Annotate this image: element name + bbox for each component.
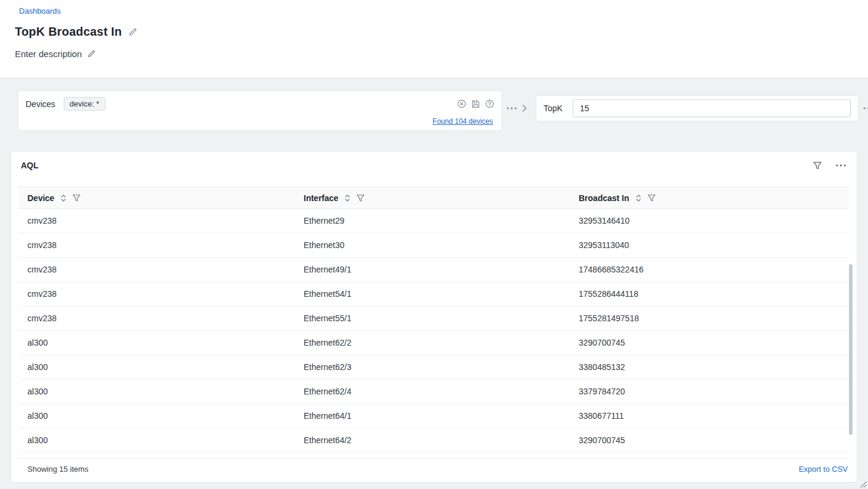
- aql-panel: AQL Device: [11, 151, 857, 482]
- cell-interface: Ethernet64/2: [295, 435, 570, 445]
- cell-broadcast-in: 32953146410: [570, 216, 849, 225]
- devices-help-icon[interactable]: [485, 99, 494, 108]
- devices-widget: Devices device: *: [18, 90, 527, 131]
- cell-device: cmv238: [18, 289, 295, 299]
- export-csv-link[interactable]: Export to CSV: [799, 465, 848, 474]
- table-row: al300 Ethernet62/4 3379784720: [18, 380, 849, 404]
- devices-label: Devices: [26, 99, 55, 109]
- table-row: cmv238 Ethernet49/1 17486685322416: [18, 258, 849, 282]
- topk-menu-icon[interactable]: [863, 107, 868, 109]
- sort-icon[interactable]: [345, 194, 350, 202]
- cell-device: al300: [18, 338, 295, 347]
- cell-device: cmv238: [18, 314, 295, 323]
- column-label-broadcast-in: Broadcast In: [579, 193, 629, 203]
- breadcrumb-dashboards-link[interactable]: Dashboards: [19, 7, 61, 15]
- panel-menu-icon[interactable]: [836, 164, 846, 167]
- table-body: cmv238 Ethernet29 32953146410 cmv238 Eth…: [18, 209, 849, 453]
- devices-expand-icon[interactable]: [522, 105, 527, 112]
- cell-device: cmv238: [18, 216, 295, 225]
- cell-broadcast-in: 1755286444118: [570, 289, 849, 299]
- column-filter-icon[interactable]: [73, 195, 80, 202]
- save-devices-icon[interactable]: [472, 100, 480, 108]
- description-row[interactable]: Enter description: [0, 39, 868, 59]
- cell-device: cmv238: [18, 265, 295, 274]
- column-header-broadcast-in[interactable]: Broadcast In: [570, 193, 849, 203]
- page-header: Dashboards TopK Broadcast In Enter descr…: [0, 0, 868, 78]
- sort-icon[interactable]: [61, 194, 66, 202]
- panel-filter-icon[interactable]: [813, 162, 822, 170]
- cell-broadcast-in: 3379784720: [570, 387, 849, 396]
- title-row: TopK Broadcast In: [0, 16, 868, 39]
- devices-input-icons: [457, 99, 494, 108]
- cell-broadcast-in: 1755281497518: [570, 314, 849, 323]
- resize-handle[interactable]: [860, 481, 867, 488]
- column-label-device: Device: [27, 193, 54, 203]
- cell-broadcast-in: 3290700745: [570, 435, 849, 445]
- edit-description-icon[interactable]: [88, 50, 95, 58]
- devices-menu-icon[interactable]: [507, 107, 517, 109]
- cell-device: al300: [18, 362, 295, 372]
- cell-device: al300: [18, 435, 295, 445]
- sort-icon[interactable]: [636, 194, 641, 202]
- topk-label: TopK: [544, 104, 563, 113]
- cell-interface: Ethernet30: [295, 240, 570, 250]
- column-header-interface[interactable]: Interface: [295, 193, 570, 203]
- cell-interface: Ethernet49/1: [295, 265, 570, 274]
- table-row: al300 Ethernet64/1 3380677111: [18, 404, 849, 428]
- topk-widget: TopK: [536, 90, 868, 121]
- topk-input-card: TopK: [536, 95, 858, 121]
- clipped-row-space: [18, 453, 849, 458]
- table-row: cmv238 Ethernet30 32953113040: [18, 233, 849, 258]
- items-count: Showing 15 items: [27, 465, 89, 474]
- cell-interface: Ethernet54/1: [295, 289, 570, 299]
- table-scrollbar-thumb[interactable]: [849, 264, 853, 435]
- cell-interface: Ethernet62/4: [295, 387, 570, 396]
- topk-side-controls: [863, 90, 868, 112]
- cell-interface: Ethernet29: [295, 216, 570, 225]
- devices-input-card: Devices device: *: [18, 90, 502, 131]
- device-filter-tag[interactable]: device: *: [64, 97, 105, 111]
- found-devices-row: Found 104 devices: [26, 112, 494, 126]
- devices-query-input[interactable]: Devices device: *: [26, 96, 494, 112]
- breadcrumb: Dashboards: [0, 0, 868, 16]
- cell-device: al300: [18, 387, 295, 396]
- table-footer: Showing 15 items Export to CSV: [18, 458, 849, 479]
- table-row: cmv238 Ethernet29 32953146410: [18, 209, 849, 233]
- cell-interface: Ethernet55/1: [295, 314, 570, 323]
- panel-title: AQL: [21, 161, 39, 170]
- cell-broadcast-in: 3380485132: [570, 362, 849, 372]
- cell-broadcast-in: 32953113040: [570, 240, 849, 250]
- panel-header-icons: [813, 162, 846, 170]
- inputs-row: Devices device: *: [0, 78, 868, 131]
- cell-broadcast-in: 3380677111: [570, 411, 849, 421]
- page-title: TopK Broadcast In: [15, 25, 122, 39]
- cell-interface: Ethernet64/1: [295, 411, 570, 421]
- cell-broadcast-in: 17486685322416: [570, 265, 849, 274]
- cell-device: al300: [18, 411, 295, 421]
- cell-device: cmv238: [18, 240, 295, 250]
- aql-panel-header: AQL: [11, 152, 857, 170]
- column-filter-icon[interactable]: [648, 195, 655, 202]
- found-devices-link[interactable]: Found 104 devices: [433, 117, 493, 126]
- table-header-row: Device Interface: [18, 187, 849, 209]
- clear-devices-icon[interactable]: [457, 99, 466, 108]
- cell-interface: Ethernet62/2: [295, 338, 570, 347]
- table-row: cmv238 Ethernet54/1 1755286444118: [18, 282, 849, 306]
- table-row: al300 Ethernet62/3 3380485132: [18, 355, 849, 380]
- data-table: Device Interface: [18, 187, 849, 479]
- column-header-device[interactable]: Device: [18, 193, 295, 203]
- cell-broadcast-in: 3290700745: [570, 338, 849, 347]
- dashboard-page: Dashboards TopK Broadcast In Enter descr…: [0, 0, 868, 489]
- column-filter-icon[interactable]: [357, 195, 364, 202]
- edit-title-icon[interactable]: [129, 28, 137, 36]
- column-label-interface: Interface: [304, 193, 338, 203]
- description-placeholder: Enter description: [15, 49, 82, 59]
- table-row: al300 Ethernet62/2 3290700745: [18, 331, 849, 355]
- table-row: al300 Ethernet64/2 3290700745: [18, 428, 849, 453]
- cell-interface: Ethernet62/3: [295, 362, 570, 372]
- devices-side-controls: [507, 90, 527, 112]
- topk-input[interactable]: [573, 99, 851, 117]
- table-row: cmv238 Ethernet55/1 1755281497518: [18, 306, 849, 331]
